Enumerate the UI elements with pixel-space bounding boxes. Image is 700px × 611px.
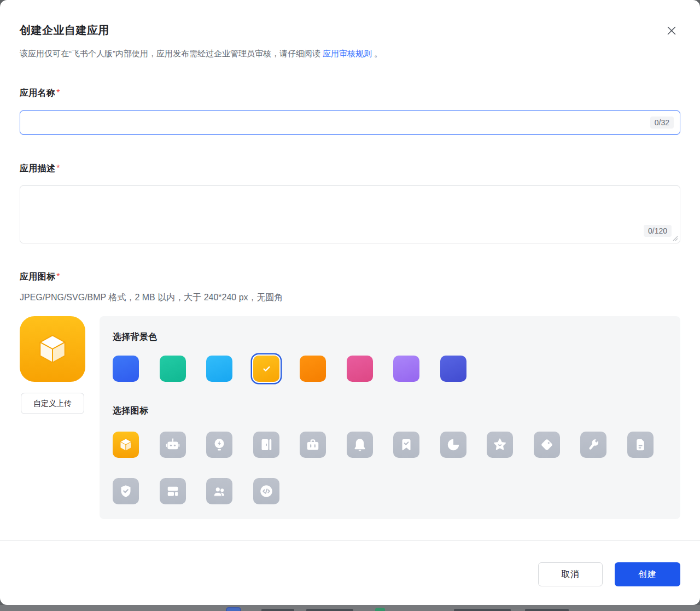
lightbulb-bolt-icon	[211, 437, 228, 453]
footer-divider	[0, 540, 700, 541]
custom-upload-button[interactable]: 自定义上传	[21, 393, 84, 414]
close-icon	[664, 24, 679, 38]
icon-tile-bell[interactable]	[347, 432, 373, 458]
dialog-subtitle: 该应用仅可在“飞书个人版”内部使用，应用发布需经过企业管理员审核，请仔细阅读应用…	[20, 47, 621, 60]
icon-tile-shield-check[interactable]	[113, 478, 139, 504]
modal-backdrop: 创建企业自建应用 该应用仅可在“飞书个人版”内部使用，应用发布需经过企业管理员审…	[0, 0, 700, 611]
bg-color-swatch-pink[interactable]	[347, 356, 373, 382]
bg-color-section-title: 选择背景色	[113, 331, 158, 343]
check-icon	[259, 362, 273, 376]
icon-tile-tag[interactable]	[534, 432, 560, 458]
icon-tile-cube[interactable]	[113, 432, 139, 458]
bg-color-swatch-green[interactable]	[160, 356, 186, 382]
icon-tile-users[interactable]	[206, 478, 232, 504]
background-sheet-icon	[375, 608, 385, 611]
close-button[interactable]	[661, 20, 682, 42]
robot-icon	[165, 437, 181, 453]
dialog-title: 创建企业自建应用	[20, 23, 109, 38]
icon-tile-bookmark-check[interactable]	[393, 432, 419, 458]
icon-tile-bulb[interactable]	[206, 432, 232, 458]
bg-color-swatch-amber[interactable]	[253, 356, 279, 382]
bookmark-check-icon	[398, 437, 415, 453]
bg-color-swatch-indigo[interactable]	[440, 356, 466, 382]
icon-tile-row-2	[113, 478, 279, 504]
bg-color-swatch-purple[interactable]	[393, 356, 419, 382]
icon-section-title: 选择图标	[113, 405, 148, 417]
dashboard-icon	[165, 483, 181, 499]
tag-icon	[539, 437, 555, 453]
code-circle-icon	[258, 483, 275, 499]
required-asterisk: *	[56, 164, 60, 173]
bg-color-swatch-sky[interactable]	[206, 356, 232, 382]
app-desc-label: 应用描述*	[20, 163, 60, 174]
background-text-fragment	[525, 609, 569, 611]
icon-tile-briefcase[interactable]	[300, 432, 326, 458]
bg-color-swatch-row	[113, 356, 466, 382]
app-icon-label: 应用图标*	[20, 271, 60, 283]
pie-chart-icon	[445, 437, 462, 453]
background-page-sliver	[0, 605, 700, 611]
app-desc-textarea[interactable]	[20, 185, 680, 243]
icon-tile-door[interactable]	[253, 432, 279, 458]
icon-tile-wrench[interactable]	[580, 432, 606, 458]
bell-icon	[352, 437, 368, 453]
review-rules-link[interactable]: 应用审核规则	[323, 49, 372, 58]
cube-icon	[118, 437, 134, 453]
required-asterisk: *	[56, 88, 60, 97]
background-text-fragment	[454, 609, 511, 611]
shield-check-icon	[118, 483, 134, 499]
app-icon-preview	[20, 316, 85, 382]
icon-tile-code[interactable]	[253, 478, 279, 504]
door-icon	[258, 437, 275, 453]
create-app-dialog: 创建企业自建应用 该应用仅可在“飞书个人版”内部使用，应用发布需经过企业管理员审…	[0, 0, 700, 605]
star-smile-icon	[492, 437, 508, 453]
cube-icon	[34, 330, 71, 368]
icon-tile-document[interactable]	[627, 432, 654, 458]
create-button[interactable]: 创建	[615, 562, 680, 586]
bg-color-swatch-blue[interactable]	[113, 356, 139, 382]
app-desc-field-wrap: 0/120	[20, 185, 680, 243]
app-name-label: 应用名称*	[20, 88, 60, 99]
background-doc-icon	[226, 607, 241, 611]
app-name-input[interactable]	[20, 110, 680, 135]
resize-grip-icon[interactable]	[673, 236, 678, 241]
document-icon	[632, 437, 649, 453]
users-icon	[211, 483, 228, 499]
icon-tile-star[interactable]	[487, 432, 513, 458]
icon-tile-dashboard[interactable]	[160, 478, 186, 504]
icon-tile-row-1	[113, 432, 654, 458]
icon-tile-pie[interactable]	[440, 432, 466, 458]
background-text-fragment	[306, 609, 353, 611]
cancel-button[interactable]: 取消	[538, 562, 603, 586]
icon-tile-robot[interactable]	[160, 432, 186, 458]
briefcase-icon	[305, 437, 321, 453]
subtitle-text: 该应用仅可在“飞书个人版”内部使用，应用发布需经过企业管理员审核，请仔细阅读	[20, 49, 320, 58]
app-name-field-wrap: 0/32	[20, 110, 680, 135]
icon-format-hint: JPEG/PNG/SVG/BMP 格式，2 MB 以内，大于 240*240 p…	[20, 292, 283, 304]
background-text-fragment	[261, 609, 294, 611]
bg-color-swatch-orange[interactable]	[300, 356, 326, 382]
subtitle-suffix: 。	[374, 49, 382, 58]
icon-options-panel: 选择背景色 选择图标	[100, 316, 680, 519]
wrench-icon	[585, 437, 602, 453]
required-asterisk: *	[56, 272, 60, 281]
